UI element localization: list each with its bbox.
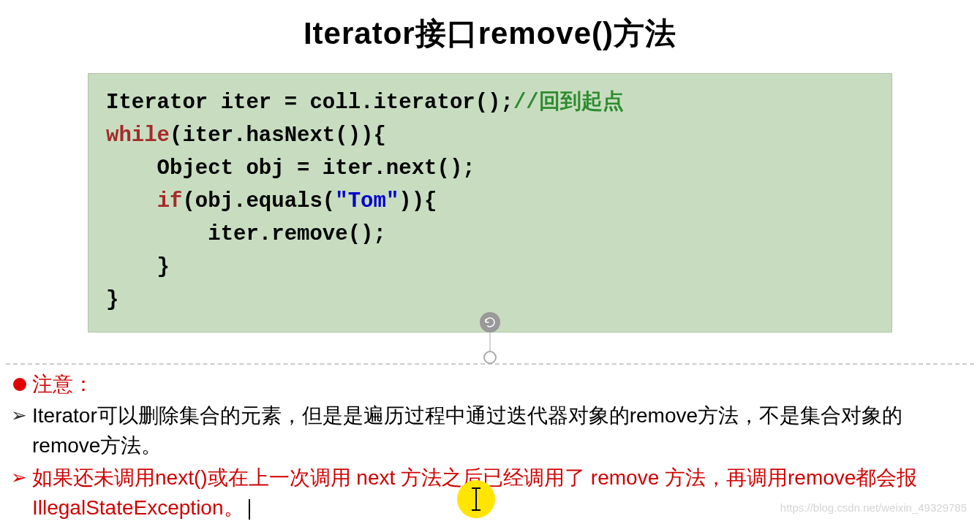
bullet-red-icon: [13, 378, 26, 391]
code-string: "Tom": [335, 189, 399, 213]
mouse-cursor-highlight: [457, 480, 495, 518]
code-keyword: if: [157, 189, 183, 213]
text-cursor-icon: [249, 499, 250, 520]
code-text: (obj.equals(: [182, 189, 335, 213]
code-indent: [106, 189, 157, 213]
code-line-6: }: [106, 251, 874, 284]
code-line-1: Iterator iter = coll.iterator();//回到起点: [106, 87, 874, 120]
refresh-icon[interactable]: [480, 312, 500, 333]
code-text: (iter.hasNext()){: [170, 124, 386, 148]
watermark: https://blog.csdn.net/weixin_49329785: [780, 501, 967, 514]
code-text: Iterator iter = coll.iterator();: [106, 91, 513, 115]
code-line-4: if(obj.equals("Tom")){: [106, 186, 874, 219]
note-attention: 注意：: [13, 369, 967, 399]
code-line-2: while(iter.hasNext()){: [106, 120, 874, 153]
note-text: Iterator可以删除集合的元素，但是是遍历过程中通过迭代器对象的remove…: [32, 404, 902, 457]
resize-handle-icon[interactable]: [483, 351, 497, 364]
attention-label: 注意：: [32, 373, 94, 395]
arrow-bullet-icon: ➢: [11, 403, 27, 428]
code-text: )){: [399, 189, 437, 213]
code-line-5: iter.remove();: [106, 219, 874, 251]
resize-line: [490, 333, 491, 353]
arrow-bullet-icon: ➢: [11, 466, 27, 490]
code-block: Iterator iter = coll.iterator();//回到起点 w…: [88, 73, 892, 333]
page-title: Iterator接口remove()方法: [0, 0, 980, 61]
code-line-3: Object obj = iter.next();: [106, 153, 874, 186]
code-comment: //回到起点: [513, 91, 624, 115]
code-keyword: while: [106, 124, 170, 148]
ibeam-cursor-icon: [475, 487, 477, 511]
note-item-1: ➢ Iterator可以删除集合的元素，但是是遍历过程中通过迭代器对象的remo…: [13, 400, 967, 461]
